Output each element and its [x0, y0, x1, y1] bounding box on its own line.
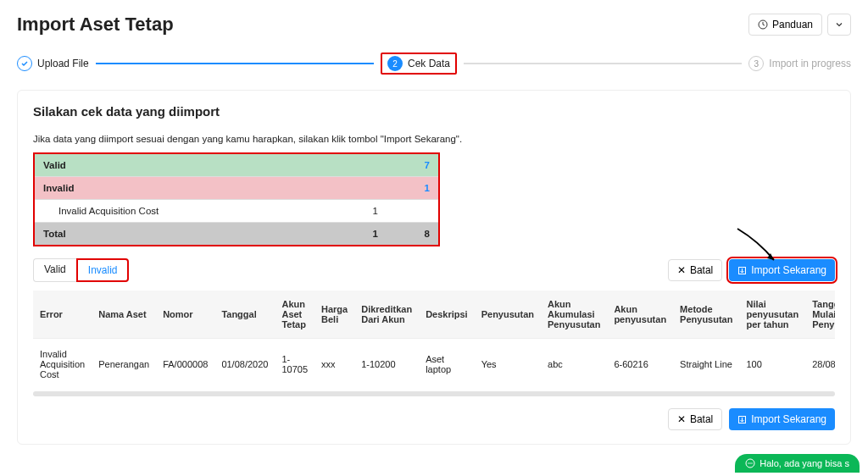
cancel-button-top[interactable]: ✕ Batal [668, 259, 722, 281]
summary-count[interactable]: 7 [387, 153, 439, 177]
summary-table: Valid 7 Invalid 1 Invalid Acquisition Co… [33, 152, 440, 246]
col-penyusutan: Penyusutan [475, 291, 541, 339]
col-akun-tetap: Akun Aset Tetap [275, 291, 314, 339]
summary-detail-count: 1 [336, 200, 387, 223]
cell-tanggal: 01/08/2020 [214, 339, 275, 390]
annotation-arrow [733, 224, 784, 267]
chevron-down-icon [835, 20, 843, 29]
step-import-progress: 3 Import in progress [748, 56, 851, 71]
tab-valid[interactable]: Valid [33, 258, 76, 282]
summary-valid-row: Valid 7 [34, 153, 439, 177]
col-akun-peny: Akun penyusutan [607, 291, 673, 339]
step-number: 3 [748, 56, 764, 71]
summary-total-b: 8 [387, 223, 439, 246]
table-header-row: Error Nama Aset Nomor Tanggal Akun Aset … [33, 291, 835, 339]
col-dikreditkan: Dikreditkan Dari Akun [354, 291, 419, 339]
summary-total-row: Total 1 8 [34, 223, 439, 246]
card-title: Silakan cek data yang diimport [33, 104, 835, 119]
step-connector [464, 63, 742, 64]
invalid-data-table: Error Nama Aset Nomor Tanggal Akun Aset … [33, 291, 835, 396]
import-label: Import Sekarang [751, 413, 826, 425]
cell-akun-peny: 6-60216 [607, 339, 673, 390]
cell-penyusutan: Yes [475, 339, 541, 390]
cell-harga: xxx [314, 339, 354, 390]
chat-widget[interactable]: Halo, ada yang bisa s [735, 454, 860, 458]
cell-nama: Penerangan [92, 339, 156, 390]
import-icon [737, 266, 747, 275]
col-error: Error [33, 291, 92, 339]
horizontal-scrollbar[interactable] [33, 391, 835, 396]
cell-metode: Straight Line [673, 339, 739, 390]
guide-dropdown-button[interactable] [827, 14, 851, 36]
import-button-bottom[interactable]: Import Sekarang [729, 408, 835, 430]
step-upload: Upload File [17, 56, 89, 71]
summary-detail-label: Invalid Acquisition Cost [34, 200, 336, 223]
col-tanggal: Tanggal [214, 291, 275, 339]
close-icon: ✕ [677, 264, 686, 276]
summary-total-a: 1 [336, 223, 387, 246]
summary-detail-row: Invalid Acquisition Cost 1 [34, 200, 439, 223]
step-label: Import in progress [769, 58, 851, 69]
col-nilai: Nilai penyusutan per tahun [739, 291, 805, 339]
col-nama: Nama Aset [92, 291, 156, 339]
col-metode: Metode Penyusutan [673, 291, 739, 339]
import-icon [737, 415, 747, 424]
cell-tgl-mulai: 28/08/2020 [805, 339, 835, 390]
clock-icon [758, 19, 768, 30]
step-cek-data: 2 Cek Data [381, 53, 457, 75]
cell-akun-akum: abc [541, 339, 607, 390]
cell-akun-tetap: 1-10705 [275, 339, 314, 390]
cell-nomor: FA/000008 [156, 339, 214, 390]
step-connector [96, 63, 374, 64]
summary-label: Valid [34, 153, 336, 177]
guide-button[interactable]: Panduan [748, 14, 822, 36]
check-icon [17, 56, 32, 71]
summary-count[interactable]: 1 [387, 177, 439, 200]
col-akun-akum: Akun Akumulasi Penyusutan [541, 291, 607, 339]
cancel-label: Batal [690, 413, 713, 425]
summary-label: Total [34, 223, 336, 246]
cell-deskripsi: Aset laptop [419, 339, 475, 390]
tab-invalid[interactable]: Invalid [76, 258, 130, 282]
cell-nilai: 100 [739, 339, 805, 390]
cell-dikreditkan: 1-10200 [354, 339, 419, 390]
page-title: Import Aset Tetap [17, 14, 174, 36]
step-label: Cek Data [408, 58, 450, 69]
col-tgl-mulai: Tanggal Mulai Penyusutan [805, 291, 835, 339]
col-nomor: Nomor [156, 291, 214, 339]
step-label: Upload File [37, 58, 89, 69]
summary-invalid-row: Invalid 1 [34, 177, 439, 200]
table-row: Invalid Acquisition Cost Penerangan FA/0… [33, 339, 835, 390]
guide-label: Panduan [772, 19, 813, 30]
summary-label: Invalid [34, 177, 336, 200]
cell-error: Invalid Acquisition Cost [33, 339, 92, 390]
validity-tabs: Valid Invalid [33, 258, 129, 282]
cancel-label: Batal [690, 264, 713, 276]
col-harga: Harga Beli [314, 291, 354, 339]
col-deskripsi: Deskripsi [419, 291, 475, 339]
cancel-button-bottom[interactable]: ✕ Batal [668, 408, 722, 430]
review-card: Silakan cek data yang diimport Jika data… [17, 90, 851, 445]
stepper: Upload File 2 Cek Data 3 Import in progr… [17, 53, 851, 75]
card-hint: Jika data yang diimport sesuai dengan ya… [33, 134, 835, 144]
close-icon: ✕ [677, 413, 686, 425]
step-number: 2 [387, 56, 403, 71]
